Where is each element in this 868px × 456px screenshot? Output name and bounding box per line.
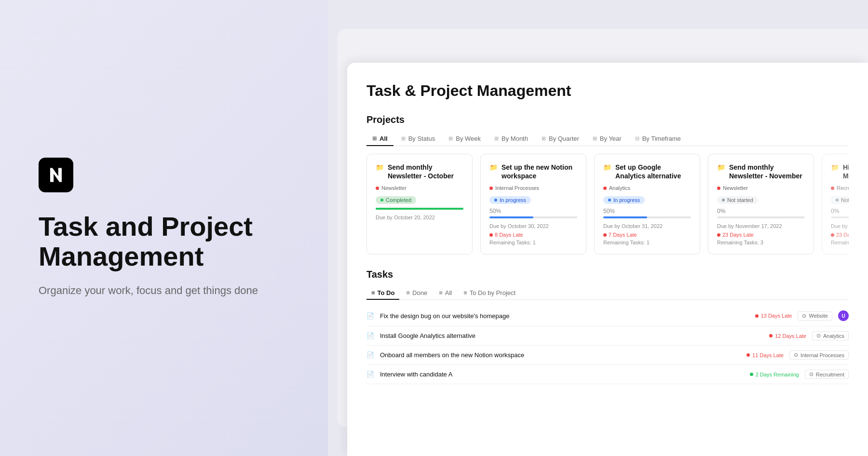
task-late-badge-4: 2 Days Remaining [750, 372, 799, 377]
projects-section: Projects ⊞ All ⊞ By Status ⊞ By Week [366, 114, 849, 255]
tag-dot-4 [717, 187, 720, 190]
task-row-2[interactable]: 📄 Install Google Analytics alternative 1… [366, 326, 849, 346]
tab-tasks-todo-by-project[interactable]: ≡ To Do by Project [459, 287, 520, 300]
tab-projects-by-quarter[interactable]: ⊞ By Quarter [536, 132, 585, 146]
task-name-2: Install Google Analytics alternative [380, 332, 763, 339]
project-card-hire-marketer[interactable]: 📁 Hire a Marketer Recruiting Not started… [822, 154, 849, 255]
card-tag-4: Newsletter [717, 185, 805, 191]
project-card-newsletter-nov[interactable]: 📁 Send monthly Newsletter - November New… [708, 154, 814, 255]
tab-tasks-done[interactable]: ≡ Done [401, 287, 432, 300]
notion-logo [39, 158, 73, 192]
tab-projects-by-week[interactable]: ⊞ By Week [443, 132, 487, 146]
tab-grid-icon: ⊞ [372, 135, 377, 142]
card-tag-3: Analytics [603, 185, 691, 191]
late-dot-3 [603, 233, 607, 237]
status-dot-3 [608, 199, 611, 201]
tab-grid-icon-6: ⊞ [593, 135, 597, 142]
status-badge-3: In progress [603, 196, 645, 204]
card-late-4: 23 Days Late [717, 232, 805, 238]
user-avatar-1: U [838, 310, 849, 321]
tab-projects-by-status[interactable]: ⊞ By Status [395, 132, 441, 146]
status-badge-4: Not started [717, 196, 758, 204]
task-doc-icon-4: 📄 [366, 371, 374, 378]
progress-fill-1 [376, 208, 463, 210]
card-folder-icon-3: 📁 [603, 163, 611, 171]
task-project-badge-4: ⊙ Recruitment [805, 370, 849, 379]
tab-list-icon-2: ≡ [406, 289, 410, 296]
main-card: Task & Project Management Projects ⊞ All… [347, 63, 868, 456]
card-remaining-4: Remaining Tasks: 3 [717, 240, 805, 245]
card-due-5: Due by No... [831, 223, 849, 229]
card-folder-icon-1: 📁 [376, 163, 384, 171]
tab-projects-by-year[interactable]: ⊞ By Year [587, 132, 627, 146]
tag-dot-1 [376, 187, 379, 190]
tab-tasks-all[interactable]: ≡ All [434, 287, 457, 300]
card-late-3: 7 Days Late [603, 232, 691, 238]
progress-bar-1 [376, 208, 463, 210]
project-card-newsletter-oct[interactable]: 📁 Send monthly Newsletter - October News… [366, 154, 473, 255]
tab-grid-icon-3: ⊞ [448, 135, 453, 142]
status-badge-5: Not started [831, 196, 849, 204]
percent-text-5: 0% [831, 208, 849, 215]
project-cards: 📁 Send monthly Newsletter - October News… [366, 154, 849, 255]
progress-bar-2 [489, 216, 577, 218]
card-title-row-3: 📁 Set up Google Analytics alternative [603, 163, 691, 180]
task-project-badge-2: ⊙ Analytics [812, 331, 849, 340]
tab-projects-all[interactable]: ⊞ All [366, 132, 393, 146]
card-remaining-5: Remaining... [831, 240, 849, 245]
project-badge-circle-2: ⊙ [816, 333, 821, 339]
card-late-2: 8 Days Late [489, 232, 577, 238]
task-doc-icon-1: 📄 [366, 312, 374, 320]
card-title-row-4: 📁 Send monthly Newsletter - November [717, 163, 805, 180]
progress-bar-4 [717, 216, 805, 218]
page-title: Task & Project Management [366, 82, 849, 100]
late-red-dot-3 [746, 353, 750, 357]
card-title-3: Set up Google Analytics alternative [615, 163, 691, 180]
late-dot-5 [831, 233, 834, 237]
tab-projects-by-month[interactable]: ⊞ By Month [488, 132, 534, 146]
tab-tasks-todo[interactable]: ≡ To Do [366, 287, 399, 300]
tasks-section: Tasks ≡ To Do ≡ Done ≡ All [366, 269, 849, 384]
progress-bar-5 [831, 216, 849, 218]
card-due-1: Due by October 20, 2022 [376, 215, 463, 220]
progress-fill-2 [489, 216, 533, 218]
tag-dot-3 [603, 187, 607, 190]
card-title-row-5: 📁 Hire a Marketer [831, 163, 849, 180]
card-title-2: Set up the new Notion workspace [502, 163, 577, 180]
task-row-1[interactable]: 📄 Fix the design bug on our website's ho… [366, 306, 849, 326]
project-badge-circle-1: ⊙ [802, 313, 806, 319]
card-title-5: Hire a Marketer [843, 163, 849, 180]
tab-list-icon-3: ≡ [439, 289, 443, 296]
late-red-dot-2 [769, 334, 773, 337]
project-card-notion-workspace[interactable]: 📁 Set up the new Notion workspace Intern… [480, 154, 586, 255]
project-card-analytics[interactable]: 📁 Set up Google Analytics alternative An… [594, 154, 700, 255]
task-list: 📄 Fix the design bug on our website's ho… [366, 306, 849, 384]
card-folder-icon-2: 📁 [489, 163, 498, 171]
card-late-5: 23 Days... [831, 232, 849, 238]
card-due-3: Due by October 31, 2022 [603, 223, 691, 229]
tasks-tabs: ≡ To Do ≡ Done ≡ All ≡ To Do by Project [366, 287, 849, 300]
task-row-4[interactable]: 📄 Interview with candidate A 2 Days Rema… [366, 365, 849, 384]
card-tag-2: Internal Processes [489, 185, 577, 191]
task-name-1: Fix the design bug on our website's home… [380, 312, 749, 320]
task-row-3[interactable]: 📄 Onboard all members on the new Notion … [366, 346, 849, 365]
status-badge-1: Completed [376, 196, 416, 204]
card-due-2: Due by October 30, 2022 [489, 223, 577, 229]
card-tag-5: Recruiting [831, 185, 849, 191]
card-due-4: Due by November 17, 2022 [717, 223, 805, 229]
projects-tabs: ⊞ All ⊞ By Status ⊞ By Week ⊞ By Month [366, 132, 849, 146]
card-title-row-2: 📁 Set up the new Notion workspace [489, 163, 577, 180]
left-title: Task and Project Management [39, 212, 289, 271]
tasks-section-title: Tasks [366, 269, 849, 280]
late-dot-4 [717, 233, 720, 237]
card-title-1: Send monthly Newsletter - October [388, 163, 463, 180]
task-name-4: Interview with candidate A [380, 371, 744, 378]
status-dot-5 [836, 199, 839, 201]
card-tag-1: Newsletter [376, 185, 463, 191]
card-title-4: Send monthly Newsletter - November [729, 163, 805, 180]
late-dot-2 [489, 233, 493, 237]
tab-projects-by-timeframe[interactable]: ⊟ By Timeframe [629, 132, 687, 146]
late-red-dot-1 [755, 314, 759, 318]
card-folder-icon-4: 📁 [717, 163, 725, 171]
tab-grid-icon-4: ⊞ [494, 135, 499, 142]
